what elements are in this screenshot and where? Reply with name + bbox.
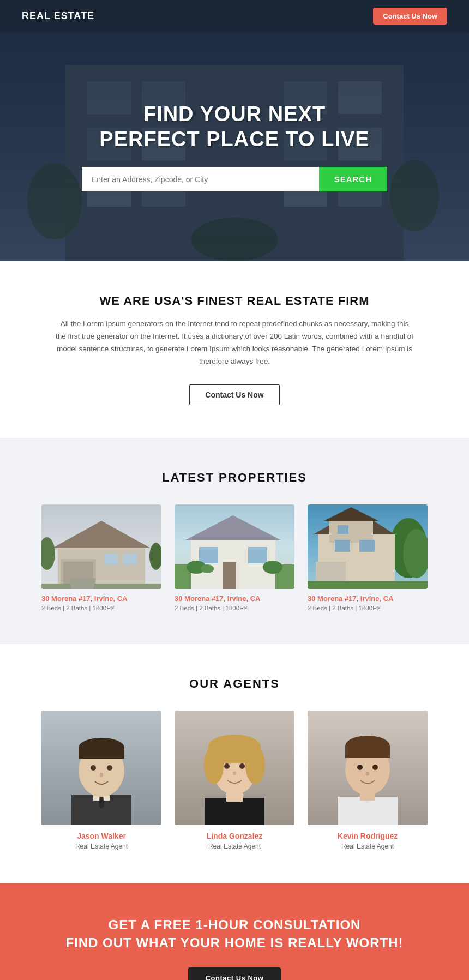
property-card: 30 Morena #17, Irvine, CA 2 Beds | 2 Bat… (175, 504, 294, 611)
agent-image-1 (41, 711, 161, 825)
svg-point-69 (224, 763, 230, 769)
svg-point-59 (107, 765, 112, 771)
svg-rect-57 (79, 748, 124, 759)
svg-point-68 (245, 746, 265, 784)
agent-title-2: Real Estate Agent (175, 843, 294, 850)
svg-rect-47 (335, 540, 350, 552)
svg-rect-78 (345, 746, 390, 758)
agents-title: OUR AGENTS (33, 677, 436, 691)
property-image-1 (41, 504, 161, 589)
agent-card-2: Linda Gonzalez Real Estate Agent (175, 711, 294, 850)
hero-content: FIND YOUR NEXT PERFECT PLACE TO LIVE SEA… (82, 102, 387, 191)
svg-point-71 (233, 771, 236, 775)
property-details-2: 2 Beds | 2 Baths | 1800Ft² (175, 605, 294, 611)
svg-rect-62 (205, 798, 264, 825)
agents-section: OUR AGENTS (0, 644, 469, 883)
property-image-3 (308, 504, 428, 589)
svg-rect-24 (123, 554, 137, 564)
svg-point-67 (204, 746, 224, 784)
cta-section: GET A FREE 1-HOUR CONSULTATION FIND OUT … (0, 883, 469, 980)
svg-rect-23 (104, 554, 118, 564)
cta-title: GET A FREE 1-HOUR CONSULTATION FIND OUT … (22, 916, 447, 952)
property-address-2: 30 Morena #17, Irvine, CA (175, 594, 294, 603)
svg-rect-35 (223, 562, 236, 589)
agent-image-2 (175, 711, 294, 825)
agent-title-3: Real Estate Agent (308, 843, 428, 850)
about-title: WE ARE USA'S FINEST REAL ESTATE FIRM (55, 294, 414, 308)
property-card: 30 Morena #17, Irvine, CA 2 Beds | 2 Bat… (41, 504, 161, 611)
svg-point-58 (91, 765, 96, 771)
svg-rect-48 (359, 540, 375, 552)
property-details-1: 2 Beds | 2 Baths | 1800Ft² (41, 605, 161, 611)
hero-section: FIND YOUR NEXT PERFECT PLACE TO LIVE SEA… (0, 32, 469, 261)
about-text: All the Lorem Ipsum generators on the In… (55, 318, 414, 368)
svg-point-79 (357, 765, 363, 770)
svg-point-60 (100, 773, 103, 777)
agent-image-3 (308, 711, 428, 825)
svg-point-81 (366, 772, 369, 775)
agents-grid: Jason Walker Real Estate Agent (33, 711, 436, 850)
property-address-1: 30 Morena #17, Irvine, CA (41, 594, 161, 603)
hero-title: FIND YOUR NEXT PERFECT PLACE TO LIVE (82, 102, 387, 152)
svg-rect-33 (199, 547, 218, 563)
property-image-2 (175, 504, 294, 589)
agent-name-1: Jason Walker (41, 832, 161, 840)
svg-rect-27 (41, 584, 161, 589)
svg-marker-28 (69, 578, 96, 589)
svg-rect-34 (248, 547, 267, 563)
agent-name-2: Linda Gonzalez (175, 832, 294, 840)
search-input[interactable] (82, 167, 319, 191)
property-details-3: 2 Beds | 2 Baths | 1800Ft² (308, 605, 428, 611)
svg-rect-50 (308, 581, 428, 589)
site-logo: REAL ESTATE (22, 10, 94, 22)
svg-rect-44 (329, 521, 373, 543)
header: REAL ESTATE Contact Us Now (0, 0, 469, 32)
agent-title-1: Real Estate Agent (41, 843, 161, 850)
property-address-3: 30 Morena #17, Irvine, CA (308, 594, 428, 603)
svg-point-38 (201, 564, 214, 573)
property-card: 30 Morena #17, Irvine, CA 2 Beds | 2 Bat… (308, 504, 428, 611)
agent-card-3: Kevin Rodriguez Real Estate Agent (308, 711, 428, 850)
about-section: WE ARE USA'S FINEST REAL ESTATE FIRM All… (0, 261, 469, 438)
about-contact-button[interactable]: Contact Us Now (189, 384, 279, 405)
search-bar: SEARCH (82, 167, 387, 191)
properties-title: LATEST PROPERTIES (33, 471, 436, 485)
properties-section: LATEST PROPERTIES (0, 438, 469, 644)
svg-point-37 (263, 561, 282, 574)
cta-contact-button[interactable]: Contact Us Now (188, 967, 281, 980)
svg-point-70 (239, 763, 245, 769)
header-contact-button[interactable]: Contact Us Now (373, 8, 447, 25)
svg-rect-49 (338, 525, 348, 534)
search-button[interactable]: SEARCH (319, 167, 387, 191)
svg-point-80 (372, 765, 378, 770)
properties-grid: 30 Morena #17, Irvine, CA 2 Beds | 2 Bat… (33, 504, 436, 611)
agent-card-1: Jason Walker Real Estate Agent (41, 711, 161, 850)
agent-name-3: Kevin Rodriguez (308, 832, 428, 840)
